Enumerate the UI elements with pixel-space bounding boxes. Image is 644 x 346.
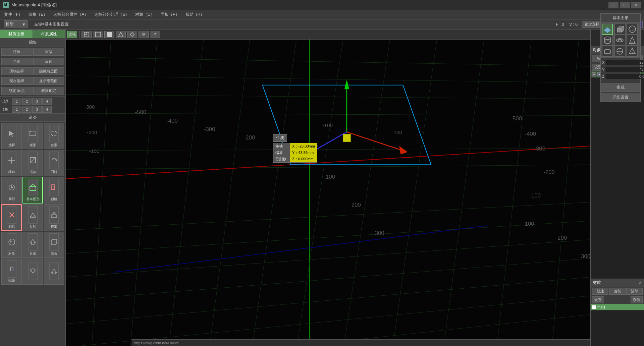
read-3-button[interactable]: 3 — [32, 106, 42, 113]
bevel-command[interactable]: 倒角 — [44, 232, 64, 258]
left-panel-tabs: 材质面板 材质属性 — [0, 30, 65, 38]
svg-text:-400: -400 — [166, 118, 178, 124]
scale-command[interactable]: 缩放 — [22, 150, 43, 176]
delete-command[interactable]: 删除 — [1, 204, 22, 231]
minimize-button[interactable]: ─ — [608, 2, 619, 8]
menu-panel[interactable]: 面板（P） — [158, 11, 182, 18]
titlebar-left: M Metasequoia 4 [未命名] — [3, 2, 57, 8]
bs-z-input[interactable] — [605, 74, 644, 79]
bs-x-input[interactable] — [605, 60, 644, 65]
tab-material-properties[interactable]: 材质属性 — [33, 30, 66, 38]
svg-marker-42 — [118, 32, 123, 37]
bs-plane-button[interactable] — [602, 24, 613, 35]
bs-torus-button[interactable] — [614, 35, 625, 46]
mat-settings-button[interactable]: 设置 — [592, 296, 604, 303]
create-command[interactable]: 创建 — [44, 177, 64, 204]
menu-select-process[interactable]: 选择部分处理（S） — [92, 11, 132, 18]
bs-sphere-button[interactable] — [627, 24, 638, 35]
rotate-command[interactable]: 回转 — [44, 150, 64, 176]
svg-rect-41 — [107, 32, 112, 37]
material-list-item[interactable]: mat1 — [591, 304, 644, 310]
model-dropdown[interactable]: 模型 ▼ — [4, 20, 28, 28]
basic-shape-command[interactable]: 基本图形 — [22, 177, 43, 204]
cmd17-command[interactable] — [22, 258, 43, 285]
bs-cylinder-button[interactable] — [602, 35, 613, 46]
record-4-button[interactable]: 4 — [42, 98, 52, 105]
menu-file[interactable]: 文件（F） — [1, 11, 25, 18]
vp-reset-button[interactable]: ↺ — [150, 31, 160, 38]
mat-misc-button[interactable]: 杂项 — [631, 296, 643, 303]
vp-btn1[interactable] — [82, 31, 92, 38]
vp-btn5[interactable] — [127, 31, 137, 38]
menu-help[interactable]: 帮助（H） — [183, 11, 207, 18]
obj-vis-btn[interactable]: ● — [592, 72, 596, 76]
command-grid: 选择 矩形 套索 — [0, 122, 65, 286]
bs-detail-button[interactable]: 详细设置 — [601, 93, 640, 102]
lasso-command[interactable]: 套索 — [44, 123, 64, 149]
lasso-label: 套索 — [51, 143, 57, 148]
bs-shape7-button[interactable] — [602, 46, 613, 57]
rect-command[interactable]: 矩形 — [22, 123, 43, 149]
mat-clear-button[interactable]: 清除 — [626, 288, 643, 295]
svg-text:-200: -200 — [244, 134, 255, 141]
tab-material-panel[interactable]: 材质面板 — [0, 30, 33, 38]
hide-selected-button[interactable]: 隐藏所选面 — [33, 67, 64, 75]
vp-btn4[interactable] — [116, 31, 126, 38]
svg-point-29 — [10, 241, 11, 242]
view-perspective-button[interactable]: 透视 — [67, 31, 77, 38]
select-all-button[interactable]: 全选 — [1, 58, 33, 65]
lock-select-button[interactable]: 锁定选择 — [582, 21, 602, 28]
record-3-button[interactable]: 3 — [32, 98, 42, 105]
vp-settings-button[interactable]: ⚙ — [139, 31, 149, 38]
material-panel-buttons: 新建 复制 清除 — [591, 287, 644, 296]
bs-y-input[interactable] — [605, 67, 644, 72]
undo-button[interactable]: 还原 — [1, 48, 33, 56]
local-command[interactable]: 局部 — [1, 177, 22, 204]
bs-generate-button[interactable]: 生成 — [601, 83, 640, 92]
cmd18-command[interactable] — [44, 258, 64, 285]
viewport-canvas[interactable]: -500 -400 -300 -200 -100 100 200 300 -50… — [66, 40, 590, 346]
mat-copy-button[interactable]: 复制 — [609, 288, 626, 295]
close-button[interactable]: ✕ — [631, 2, 641, 8]
move-command[interactable]: 移动 — [1, 150, 22, 176]
local-icon — [7, 179, 16, 196]
menu-select-attr[interactable]: 选择部分属性（A） — [51, 11, 91, 18]
material-command[interactable]: 材质 — [1, 232, 22, 258]
mat-new-button[interactable]: 新建 — [592, 288, 608, 295]
vp-btn2[interactable] — [93, 31, 103, 38]
extrude-command[interactable]: 挤出 — [44, 204, 64, 231]
select-current-button[interactable]: 现物选择 — [1, 67, 33, 75]
lock-face-button[interactable]: 锁定面·点 — [1, 87, 33, 95]
read-2-button[interactable]: 2 — [22, 106, 32, 113]
svg-text:100: 100 — [525, 221, 534, 227]
invert-select-button[interactable]: 反选 — [33, 58, 64, 65]
material-panel-close-button[interactable]: ✕ — [639, 281, 642, 285]
flip-command[interactable]: 反转 — [22, 204, 43, 231]
bs-cone-button[interactable] — [627, 35, 638, 46]
read-1-button[interactable]: 1 — [12, 106, 21, 113]
rect-label: 矩形 — [30, 143, 36, 148]
scale-label: 缩放 — [273, 150, 290, 156]
menu-object[interactable]: 对象（O） — [132, 11, 157, 18]
bs-shape9-button[interactable] — [627, 46, 638, 57]
vp-btn3[interactable] — [104, 31, 114, 38]
generate-tooltip[interactable]: 牛成 — [273, 134, 287, 142]
record-1-button[interactable]: 1 — [12, 98, 21, 105]
select-material-button[interactable]: 现材选择 — [1, 77, 33, 85]
division-z-value: Z：0.000mm — [290, 156, 317, 162]
menu-edit[interactable]: 编集（E） — [26, 11, 50, 18]
record-2-button[interactable]: 2 — [22, 98, 32, 105]
svg-point-107 — [629, 28, 636, 31]
redo-button[interactable]: 重做 — [33, 48, 64, 56]
select-command[interactable]: 选择 — [1, 123, 22, 149]
pull-command[interactable]: 拉出 — [22, 232, 43, 258]
maximize-button[interactable]: □ — [620, 2, 630, 8]
magnet-command[interactable]: 磁铁 — [1, 258, 22, 285]
svg-marker-6 — [11, 157, 12, 158]
read-4-button[interactable]: 4 — [42, 106, 52, 113]
bs-box-button[interactable] — [614, 24, 625, 35]
bs-shape8-button[interactable] — [614, 46, 625, 57]
frame-counter: F : 0 — [556, 22, 564, 27]
show-hidden-button[interactable]: 显示隐藏面 — [33, 77, 64, 85]
unlock-button[interactable]: 解除锁定 — [33, 87, 64, 95]
